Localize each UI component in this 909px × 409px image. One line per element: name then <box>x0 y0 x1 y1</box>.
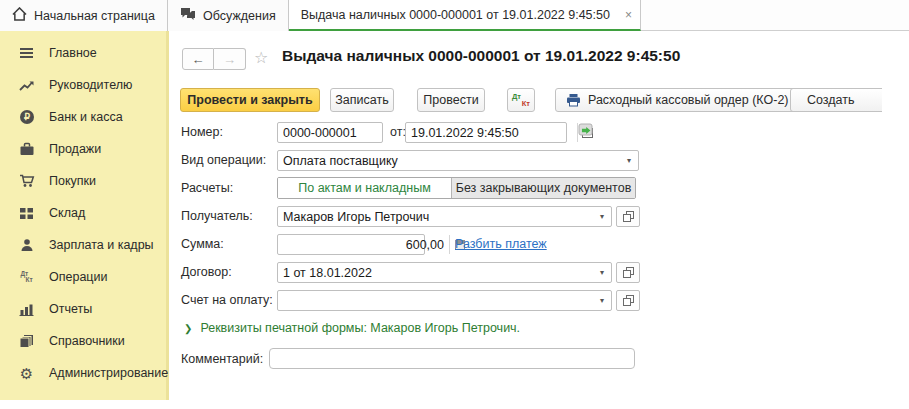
printer-icon <box>566 93 581 107</box>
back-button[interactable]: ← <box>182 48 214 70</box>
chevron-down-icon[interactable]: ▾ <box>593 207 611 226</box>
grid-icon <box>18 205 35 222</box>
favorite-star-icon[interactable]: ☆ <box>254 48 268 67</box>
chevron-right-icon: ❯ <box>184 323 192 334</box>
print-form-details-expander[interactable]: ❯Реквизиты печатной формы: Макаров Игорь… <box>184 321 520 335</box>
bar-chart-icon <box>18 301 35 318</box>
ruble-circle-icon: ₽ <box>18 109 35 126</box>
number-input[interactable] <box>277 122 383 143</box>
dtkt-postings-button[interactable]: Дт Кт <box>507 88 535 112</box>
tab-discussions-label: Обсуждения <box>203 9 276 23</box>
tab-bar: Начальная страница Обсуждения Выдача нал… <box>0 0 909 31</box>
dtkt-icon: ДтКт <box>18 269 35 286</box>
chevron-down-icon[interactable]: ▾ <box>593 291 611 310</box>
invoice-input[interactable] <box>278 291 593 310</box>
chevron-down-icon[interactable]: ▾ <box>620 151 638 170</box>
sidebar-item-label: Банк и касса <box>49 110 123 124</box>
sidebar-item-label: Отчеты <box>49 302 92 316</box>
briefcase-icon <box>18 141 35 158</box>
comment-input[interactable] <box>269 348 635 369</box>
forward-button[interactable]: → <box>214 48 246 70</box>
sidebar-item-sales[interactable]: Продажи <box>0 133 166 165</box>
save-button[interactable]: Записать <box>330 88 394 112</box>
operation-type-input[interactable] <box>278 151 620 170</box>
date-input[interactable] <box>406 123 577 142</box>
menu-icon <box>18 45 35 62</box>
recipient-label: Получатель: <box>181 209 253 223</box>
date-field <box>405 122 567 143</box>
invoice-label: Счет на оплату: <box>181 293 273 307</box>
operation-type-label: Вид операции: <box>181 153 266 167</box>
sidebar-item-label: Администрирование <box>49 366 168 380</box>
sidebar-item-label: Покупки <box>49 174 96 188</box>
amount-input[interactable] <box>278 235 449 254</box>
print-order-button[interactable]: Расходный кассовый ордер (КО-2) <box>555 88 800 112</box>
cart-icon <box>18 173 35 190</box>
amount-label: Сумма: <box>181 237 224 251</box>
contract-input[interactable] <box>278 263 593 282</box>
nav-history-group: ← → <box>182 48 246 70</box>
sidebar-item-administration[interactable]: ⚙ Администрирование <box>0 357 166 389</box>
trend-icon <box>18 77 35 94</box>
svg-text:₽: ₽ <box>23 111 29 122</box>
settlements-option-acts[interactable]: По актам и накладным <box>278 178 451 198</box>
document-form: ← → ☆ Выдача наличных 0000-000001 от 19.… <box>172 31 882 409</box>
number-label: Номер: <box>181 125 223 139</box>
post-and-close-button[interactable]: Провести и закрыть <box>180 88 320 112</box>
tab-document-label: Выдача наличных 0000-000001 от 19.01.202… <box>301 8 610 22</box>
operation-type-field: ▾ <box>277 150 639 171</box>
recipient-input[interactable] <box>278 207 593 226</box>
contract-field: ▾ <box>277 262 612 283</box>
date-from-label: от: <box>390 125 406 139</box>
recipient-open-icon[interactable] <box>616 206 640 227</box>
sidebar-item-purchases[interactable]: Покупки <box>0 165 166 197</box>
person-icon <box>18 237 35 254</box>
sidebar-item-label: Руководителю <box>49 78 132 92</box>
settlements-option-no-docs[interactable]: Без закрывающих документов <box>451 178 635 198</box>
page-title: Выдача наличных 0000-000001 от 19.01.202… <box>282 47 680 65</box>
settlements-toggle: По актам и накладным Без закрывающих док… <box>277 177 636 199</box>
sidebar-item-manager[interactable]: Руководителю <box>0 69 166 101</box>
sidebar-item-main[interactable]: Главное <box>0 37 166 69</box>
sidebar-item-reports[interactable]: Отчеты <box>0 293 166 325</box>
chat-icon <box>180 7 196 24</box>
contract-open-icon[interactable] <box>616 262 640 283</box>
sidebar-item-payroll-hr[interactable]: Зарплата и кадры <box>0 229 166 261</box>
app-window: Начальная страница Обсуждения Выдача нал… <box>0 0 909 409</box>
sidebar-item-label: Продажи <box>49 142 101 156</box>
sidebar-item-directories[interactable]: Справочники <box>0 325 166 357</box>
tab-home-label: Начальная страница <box>34 9 155 23</box>
contract-label: Договор: <box>181 265 232 279</box>
sidebar-item-bank-cash[interactable]: ₽ Банк и касса <box>0 101 166 133</box>
home-icon <box>12 7 27 24</box>
post-button[interactable]: Провести <box>417 88 485 112</box>
chevron-down-icon[interactable]: ▾ <box>593 263 611 282</box>
gear-icon: ⚙ <box>18 365 35 382</box>
amount-field <box>277 234 425 255</box>
recipient-field: ▾ <box>277 206 612 227</box>
posted-status-icon <box>578 123 596 143</box>
invoice-field: ▾ <box>277 290 612 311</box>
comment-label: Комментарий: <box>181 352 263 366</box>
books-icon <box>18 333 35 350</box>
sidebar-item-label: Справочники <box>49 334 125 348</box>
sidebar-item-warehouse[interactable]: Склад <box>0 197 166 229</box>
sidebar-item-label: Операции <box>49 270 107 284</box>
sidebar-item-label: Зарплата и кадры <box>49 238 154 252</box>
split-payment-link[interactable]: Разбить платеж <box>455 237 547 251</box>
create-button[interactable]: Создать <box>790 88 882 112</box>
invoice-open-icon[interactable] <box>616 290 640 311</box>
sidebar: Главное Руководителю ₽ Банк и касса Прод… <box>0 31 169 400</box>
sidebar-item-label: Склад <box>49 206 85 220</box>
tab-document-active[interactable]: Выдача наличных 0000-000001 от 19.01.202… <box>289 0 641 31</box>
sidebar-item-operations[interactable]: ДтКт Операции <box>0 261 166 293</box>
tab-home[interactable]: Начальная страница <box>0 0 168 31</box>
tab-discussions[interactable]: Обсуждения <box>168 0 289 31</box>
settlements-label: Расчеты: <box>181 181 233 195</box>
sidebar-item-label: Главное <box>49 46 97 60</box>
close-icon[interactable]: × <box>625 8 632 22</box>
